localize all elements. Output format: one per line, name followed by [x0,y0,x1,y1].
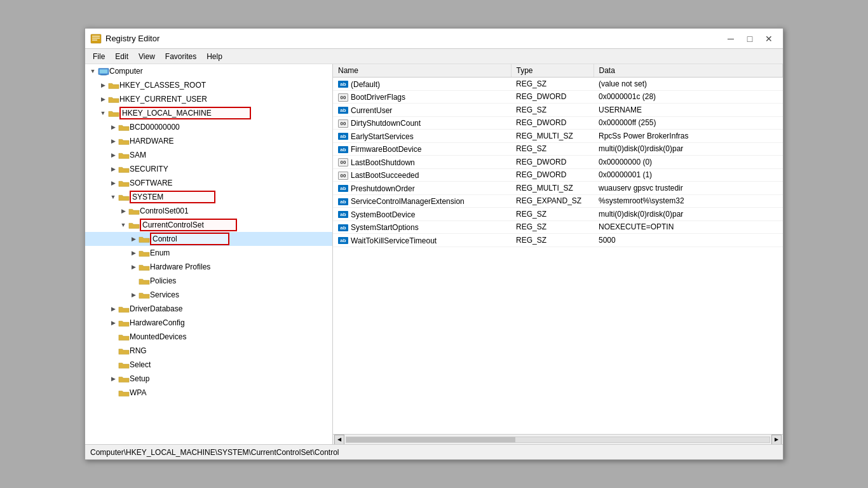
cell-name: ab EarlyStartServices [333,130,511,143]
folder-icon-hardware-profiles [139,262,150,272]
node-label-sam: SAM [130,151,146,159]
folder-icon-mounteddevices [118,332,130,342]
close-button[interactable]: ✕ [760,32,778,46]
expand-services[interactable]: ▶ [128,290,139,300]
menu-edit[interactable]: Edit [110,51,133,62]
folder-icon-setup [118,374,130,384]
table-row[interactable]: ab (Default)REG_SZ(value not set) [333,78,783,91]
expand-software[interactable]: ▶ [108,178,118,188]
tree-scroll[interactable]: ▼ Computer ▶ HKEY_CLASSES_ROOT [85,64,332,444]
tree-node-rng[interactable]: RNG [85,344,332,358]
tree-node-sam[interactable]: ▶ SAM [85,148,332,162]
table-row[interactable]: ab ServiceControlManagerExtensionREG_EXP… [333,194,783,208]
expand-computer[interactable]: ▼ [88,66,98,76]
node-label-hkey-current-user: HKEY_CURRENT_USER [119,95,207,104]
folder-icon-system [118,192,130,202]
cell-data: RpcSs Power BrokerInfras [593,130,783,143]
cell-name: ab SystemStartOptions [333,220,511,234]
table-row[interactable]: ab SystemBootDeviceREG_SZmulti(0)disk(0)… [333,208,783,221]
minimize-button[interactable]: ─ [722,32,740,46]
cell-name: ab ServiceControlManagerExtension [333,194,511,208]
registry-table-scroll[interactable]: Name Type Data ab (Default)REG_SZ(value … [333,64,783,434]
expand-hkey-current-user[interactable]: ▶ [98,94,108,104]
scroll-track[interactable] [346,437,770,443]
tree-node-hkey-classes-root[interactable]: ▶ HKEY_CLASSES_ROOT [85,78,332,92]
node-label-enum: Enum [150,248,170,257]
expand-bcd[interactable]: ▶ [108,122,118,132]
tree-node-controlset001[interactable]: ▶ ControlSet001 [85,204,332,218]
cell-type: REG_SZ [511,208,593,221]
cell-type: REG_DWORD [511,116,593,130]
cell-type: REG_MULTI_SZ [511,182,593,195]
tree-node-hardware-profiles[interactable]: ▶ Hardware Profiles [85,260,332,274]
menu-file[interactable]: File [88,51,110,62]
maximize-button[interactable]: □ [741,32,759,46]
node-label-services: Services [150,290,179,299]
scroll-thumb [346,437,515,442]
table-row[interactable]: ab PreshutdownOrderREG_MULTI_SZwuauserv … [333,182,783,195]
title-bar: Registry Editor ─ □ ✕ [85,29,783,49]
table-row[interactable]: ab EarlyStartServicesREG_MULTI_SZRpcSs P… [333,130,783,143]
tree-node-bcd[interactable]: ▶ BCD00000000 [85,120,332,134]
expand-system[interactable]: ▼ [108,192,118,202]
expand-sam[interactable]: ▶ [108,150,118,160]
tree-node-mounteddevices[interactable]: MountedDevices [85,330,332,344]
table-row[interactable]: 00 LastBootShutdownREG_DWORD0x00000000 (… [333,156,783,169]
tree-node-computer[interactable]: ▼ Computer [85,64,332,78]
tree-node-services[interactable]: ▶ Services [85,288,332,302]
cell-data: (value not set) [593,78,783,91]
scroll-left-button[interactable]: ◀ [334,435,344,445]
cell-type: REG_SZ [511,104,593,117]
tree-node-control[interactable]: ▶ Control [85,232,332,246]
scroll-right-button[interactable]: ▶ [771,435,782,445]
tree-node-hardware[interactable]: ▶ HARDWARE [85,134,332,148]
expand-enum[interactable]: ▶ [128,248,139,258]
expand-driverdatabase[interactable]: ▶ [108,304,118,314]
expand-currentcontrolset[interactable]: ▼ [118,220,128,230]
node-label-security: SECURITY [130,165,168,173]
expand-hkey-classes-root[interactable]: ▶ [98,80,108,90]
expand-hardware[interactable]: ▶ [108,136,118,146]
tree-node-software[interactable]: ▶ SOFTWARE [85,176,332,190]
expand-hkey-local-machine[interactable]: ▼ [98,108,108,118]
computer-icon [98,66,109,76]
table-row[interactable]: ab FirmwareBootDeviceREG_SZmulti(0)disk(… [333,142,783,156]
expand-control[interactable]: ▶ [128,234,139,244]
expand-security[interactable]: ▶ [108,164,118,174]
expand-hardwareconfig[interactable]: ▶ [108,318,118,328]
expand-hardware-profiles[interactable]: ▶ [128,262,139,272]
tree-node-policies[interactable]: Policies [85,274,332,288]
tree-node-select[interactable]: Select [85,358,332,372]
menu-view[interactable]: View [133,51,160,62]
node-label-controlset001: ControlSet001 [140,207,189,215]
table-row[interactable]: 00 LastBootSucceededREG_DWORD0x00000001 … [333,168,783,182]
cell-type: REG_SZ [511,220,593,234]
tree-node-system[interactable]: ▼ SYSTEM [85,190,332,204]
folder-icon-rng [118,346,130,356]
tree-node-enum[interactable]: ▶ Enum [85,246,332,260]
node-label-software: SOFTWARE [130,179,173,187]
expand-controlset001[interactable]: ▶ [118,206,128,216]
table-row[interactable]: 00 DirtyShutdownCountREG_DWORD0x000000ff… [333,116,783,130]
tree-node-security[interactable]: ▶ SECURITY [85,162,332,176]
tree-node-driverdatabase[interactable]: ▶ DriverDatabase [85,302,332,316]
tree-node-hkey-current-user[interactable]: ▶ HKEY_CURRENT_USER [85,92,332,106]
col-header-type: Type [511,64,593,78]
tree-node-wpa[interactable]: WPA [85,386,332,400]
table-row[interactable]: ab WaitToKillServiceTimeoutREG_SZ5000 [333,234,783,247]
node-label-hardware: HARDWARE [130,137,174,146]
horizontal-scrollbar[interactable]: ◀ ▶ [333,434,783,444]
tree-node-hardwareconfig[interactable]: ▶ HardwareConfig [85,316,332,330]
menu-favorites[interactable]: Favorites [160,51,201,62]
tree-node-setup[interactable]: ▶ Setup [85,372,332,386]
node-label-policies: Policies [150,276,176,285]
menu-help[interactable]: Help [201,51,227,62]
table-row[interactable]: ab SystemStartOptionsREG_SZ NOEXECUTE=OP… [333,220,783,234]
node-label-setup: Setup [130,374,149,383]
node-label-hkey-local-machine: HKEY_LOCAL_MACHINE [119,107,251,119]
table-row[interactable]: 00 BootDriverFlagsREG_DWORD0x0000001c (2… [333,90,783,104]
expand-setup[interactable]: ▶ [108,374,118,384]
tree-node-hkey-local-machine[interactable]: ▼ HKEY_LOCAL_MACHINE [85,106,332,120]
tree-node-currentcontrolset[interactable]: ▼ CurrentControlSet [85,218,332,232]
table-row[interactable]: ab CurrentUserREG_SZUSERNAME [333,104,783,117]
